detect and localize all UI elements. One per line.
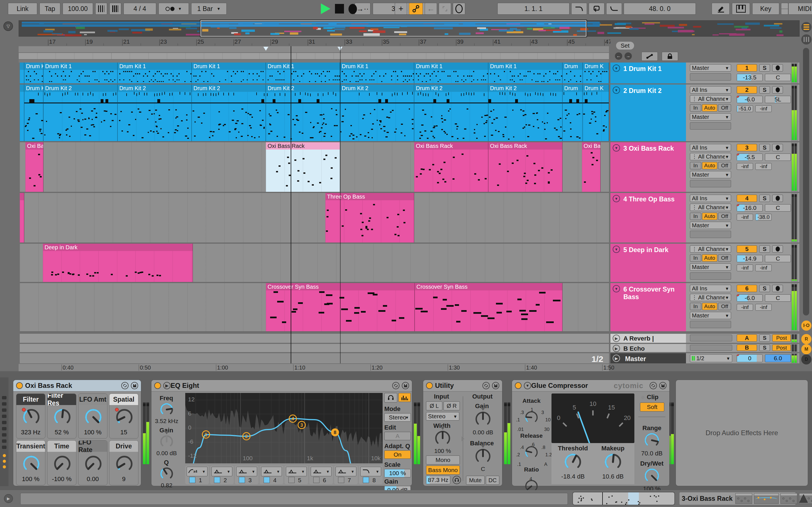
eq-panel-value[interactable]: Stereo▼ [384,413,411,421]
track-header-5[interactable]: ▼5 Deep in Dark⋮All Channel▼InAutoOffMas… [610,244,799,283]
eq-graph[interactable]: 123481260-6-121001k10k [185,393,383,463]
device-oxi-bass-rack[interactable]: Oxi Bass RackFilter323 HzFilter Res52 %L… [13,380,141,486]
automation-link-button[interactable] [642,52,658,61]
macro-knob[interactable] [54,408,71,426]
band-enable-checkbox[interactable] [313,477,319,483]
loop-start-field[interactable]: 1. 1. 1 [497,3,569,15]
clip[interactable]: Drum K [583,84,609,141]
gain-knob[interactable] [160,435,174,449]
master-header[interactable]: ▶Master1/2▼06.0 [610,353,799,363]
macro-knob[interactable] [85,455,102,473]
nudge-down-button[interactable] [95,3,107,15]
band-filter-select[interactable]: ▼ [311,467,332,476]
clip[interactable]: Oxi Ba [26,142,43,192]
midi-channel-select[interactable]: ⋮All Channel▼ [690,204,731,211]
return-lane-a[interactable] [20,334,609,343]
solo-button[interactable]: S [759,245,770,252]
set-prev-icon[interactable]: ← [615,52,622,60]
monitor-in-button[interactable]: In [690,303,701,310]
link-button[interactable]: Link [8,3,37,15]
clip[interactable]: Drum [562,84,583,141]
track-fold-icon[interactable]: ▼ [613,144,620,152]
mixer-toggle-icon[interactable] [801,34,811,45]
session-record-button[interactable] [453,3,465,15]
track-number-button[interactable]: 1 [737,64,757,71]
monitor-auto-button[interactable]: Auto [702,213,717,220]
device-fold-icon[interactable]: ▶ [163,382,170,389]
clip[interactable]: Oxi Bass Rack [266,142,340,192]
loop-button[interactable] [589,3,605,15]
band-enable-checkbox[interactable] [239,477,245,483]
solo-button[interactable]: S [759,194,770,202]
clip[interactable]: Drum K [24,84,43,141]
solo-button[interactable]: S [759,344,770,351]
beat-time-ruler[interactable]: 17192123252729313335373941434547 [18,38,609,46]
bass-mono-button[interactable]: Bass Mono [426,466,460,474]
arm-button[interactable] [772,285,783,292]
drywet-knob[interactable] [644,468,660,484]
routing-select[interactable]: Master▼ [690,171,731,178]
automation-arm-button[interactable] [409,3,423,15]
macro-knob[interactable] [54,455,71,473]
track-header-3[interactable]: ▼3 Oxi Bass RackAll Ins▼⋮All Channel▼InA… [610,142,799,193]
eq-panel-value[interactable]: 100 % [384,469,411,477]
audition-button[interactable] [384,393,397,402]
device-on-led[interactable] [426,382,433,389]
macro-knob[interactable] [22,408,40,426]
bass-audition-icon[interactable] [453,476,461,484]
solo-button[interactable]: S [759,334,770,342]
band-filter-select[interactable]: ▼ [360,467,381,476]
clip[interactable] [20,84,24,141]
band-enable-checkbox[interactable] [214,477,220,483]
monitor-off-button[interactable]: Off [718,213,731,220]
makeup-knob[interactable] [604,453,622,471]
band-filter-select[interactable]: ▼ [236,467,257,476]
clip[interactable]: Drum K [583,62,609,83]
volume-field[interactable]: -6.0 [737,96,763,103]
track-header-6[interactable]: ▼6 Crossover Syn BassAll Ins▼⋮All Channe… [610,283,799,332]
hot-swap-icon[interactable] [483,382,490,389]
lock-envelopes-button[interactable] [662,52,678,61]
bass-mono-freq-field[interactable]: 87.3 Hz [426,476,450,484]
midi-channel-select[interactable]: ⋮All Channel▼ [690,245,731,252]
stop-button[interactable] [335,4,344,13]
set-button[interactable]: Set [616,42,634,50]
monitor-in-button[interactable]: In [690,162,701,169]
routing-select[interactable]: All Ins▼ [690,86,731,94]
selection-marker-icon[interactable] [263,47,268,51]
send-field[interactable]: -inf [737,214,753,221]
monitor-in-button[interactable]: In [690,255,701,262]
arm-button[interactable] [772,194,783,202]
soft-clip-button[interactable]: Soft [640,402,664,411]
return-fold-icon[interactable]: ▶ [613,335,620,342]
arm-button[interactable] [772,64,783,71]
volume-field[interactable]: -16.0 [737,204,763,212]
track-header-2[interactable]: ▼2 Drum Kit 2All Ins▼⋮All Channel▼InAuto… [610,84,799,142]
band-enable-checkbox[interactable] [264,477,270,483]
send-field[interactable]: -51.0 [737,105,753,112]
hot-swap-icon[interactable] [121,382,129,389]
monitor-off-button[interactable]: Off [718,303,731,310]
threshold-knob[interactable] [564,453,581,471]
play-button[interactable] [321,3,331,14]
band-filter-select[interactable]: ▼ [336,467,356,476]
track-fold-icon[interactable]: ▼ [613,285,620,292]
mute-button[interactable]: Mute [466,476,485,485]
eq-panel-value[interactable]: A [384,432,411,440]
spectrum-button[interactable] [398,393,411,402]
info-view-toggle-icon[interactable]: ▶ [4,494,13,503]
phase-left-button[interactable]: Ø L [426,401,442,410]
returns-badge[interactable]: R [801,334,811,344]
scrub-area[interactable] [18,46,609,52]
macro-knob[interactable] [22,455,40,473]
midi-channel-select[interactable]: ⋮All Channel▼ [690,95,731,103]
delay-badge[interactable]: D [801,354,811,364]
band-enable-checkbox[interactable] [363,477,369,483]
pan-field[interactable]: 5L [765,96,791,103]
midi-map-btn[interactable]: MIDI [788,3,812,15]
gain-knob[interactable] [475,411,491,427]
tempo-field[interactable]: 100.00 [63,3,93,15]
volume-field[interactable]: -6.0 [737,294,763,302]
nudge-up-button[interactable] [109,3,121,15]
track-lane-2[interactable]: Drum KDrum Kit 2Drum Kit 2Drum Kit 2Drum… [20,84,609,142]
